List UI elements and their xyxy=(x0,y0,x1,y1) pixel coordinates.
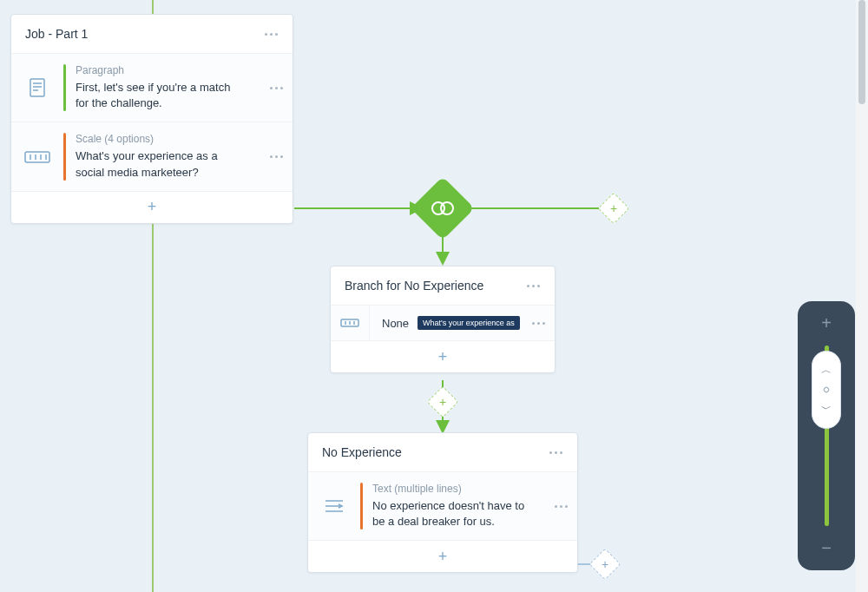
card-branch-no-experience[interactable]: Branch for No Experience None What's you… xyxy=(330,266,556,373)
card-header: Job - Part 1 xyxy=(11,15,293,54)
chevron-up-icon: ︿ xyxy=(821,363,832,378)
card-job-part-1[interactable]: Job - Part 1 Paragraph First, let's see … xyxy=(10,14,293,224)
scale-icon xyxy=(11,122,63,190)
add-item-bar[interactable]: + xyxy=(308,541,577,572)
card-menu-icon[interactable] xyxy=(548,451,563,454)
document-icon xyxy=(11,54,63,122)
item-text: What's your experience as a social media… xyxy=(76,148,240,180)
add-item-bar[interactable]: + xyxy=(11,192,293,223)
card-header: Branch for No Experience xyxy=(331,266,555,306)
card-menu-icon[interactable] xyxy=(263,32,279,36)
item-scale[interactable]: Scale (4 options) What's your experience… xyxy=(11,122,293,191)
zoom-in-button[interactable]: + xyxy=(798,313,855,333)
venn-icon xyxy=(431,201,454,215)
add-step-node[interactable]: + xyxy=(427,386,459,418)
plus-icon: + xyxy=(434,348,451,365)
item-menu-icon[interactable] xyxy=(268,86,284,89)
item-text: No experience doesn't have to be a deal … xyxy=(372,498,537,530)
zoom-track[interactable]: ︿ ﹀ xyxy=(825,345,829,526)
item-paragraph[interactable]: Paragraph First, let's see if you're a m… xyxy=(11,54,293,122)
zoom-knob-icon xyxy=(819,387,833,392)
branch-chip: What's your experience as xyxy=(418,316,520,330)
scrollbar[interactable] xyxy=(856,0,868,592)
card-no-experience[interactable]: No Experience Text (multiple lines) No e… xyxy=(307,432,578,573)
chevron-down-icon: ﹀ xyxy=(821,402,832,417)
zoom-handle[interactable]: ︿ ﹀ xyxy=(812,351,841,429)
textlines-icon xyxy=(308,472,360,540)
card-title: No Experience xyxy=(322,445,402,459)
plus-icon: + xyxy=(143,199,161,216)
branch-value: None xyxy=(382,317,409,330)
card-title: Job - Part 1 xyxy=(25,27,88,41)
item-text-multiline[interactable]: Text (multiple lines) No experience does… xyxy=(308,472,577,541)
item-type-label: Text (multiple lines) xyxy=(372,483,537,495)
scale-mini-icon xyxy=(331,319,369,327)
add-branch-node-blue[interactable]: + xyxy=(589,549,621,581)
item-type-label: Scale (4 options) xyxy=(76,133,240,145)
add-branch-node[interactable]: + xyxy=(598,193,630,225)
card-header: No Experience xyxy=(308,433,577,472)
zoom-out-button[interactable]: − xyxy=(798,538,855,558)
item-menu-icon[interactable] xyxy=(268,155,284,159)
card-title: Branch for No Experience xyxy=(345,279,483,293)
zoom-control: + ︿ ﹀ − xyxy=(798,301,855,570)
item-menu-icon[interactable] xyxy=(530,321,546,325)
svg-rect-7 xyxy=(30,79,44,96)
item-type-label: Paragraph xyxy=(76,64,240,76)
branch-condition-row[interactable]: None What's your experience as xyxy=(331,306,555,341)
item-menu-icon[interactable] xyxy=(553,504,569,508)
item-text: First, let's see if you're a match for t… xyxy=(76,80,240,111)
plus-icon: + xyxy=(434,548,451,565)
add-condition-bar[interactable]: + xyxy=(331,341,555,372)
scroll-thumb[interactable] xyxy=(858,0,865,104)
card-menu-icon[interactable] xyxy=(525,284,541,287)
logic-branch-node[interactable] xyxy=(411,176,475,240)
